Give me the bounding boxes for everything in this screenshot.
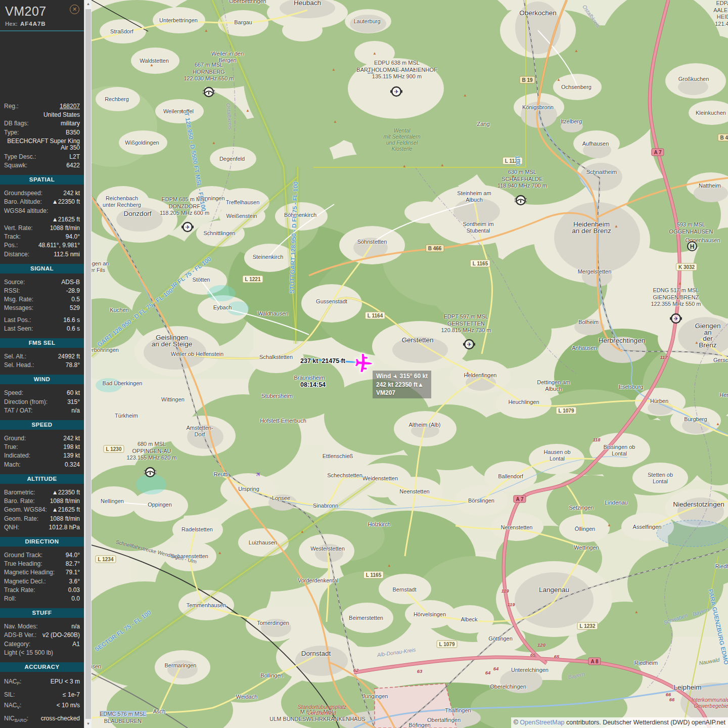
row-label: Source: (4, 278, 25, 287)
row-value: 48.611°, 9.981° (21, 241, 80, 250)
row-value: 1088 ft/min (36, 224, 80, 233)
row-label: Nav. Modes: (4, 622, 37, 631)
motorway-exit-number: 62 (353, 667, 359, 673)
row-value: 3.6° (49, 577, 80, 586)
data-row: DB flags:military (0, 119, 84, 128)
row-label: Squawk: (4, 161, 27, 170)
data-row: QNH:1012.8 hPa (0, 523, 84, 532)
road-badge: B 46 (717, 134, 728, 142)
row-value: 0.324 (24, 461, 80, 469)
map-town-label: Leipheim (674, 685, 702, 691)
row-label: Category: (4, 640, 30, 649)
data-row: Msg. Rate:0.5 (0, 295, 84, 304)
motorway-exit-number: 65 (554, 654, 560, 659)
motorway-exit-number: 63 (417, 668, 423, 674)
map-town-label: Oberelchingen (490, 684, 526, 690)
map-town-label: Sontheim im Stubental (463, 221, 493, 234)
osm-link[interactable]: OpenStreetMap (520, 719, 564, 726)
map-town-label: Lonsee (272, 495, 290, 502)
motorway-exit-number: 66 (669, 697, 675, 702)
map-town-label: Unterbettringen (159, 17, 198, 24)
area-label: Wental mit Seitentalern und Feldinsel Kl… (384, 127, 421, 152)
attribution-suffix: contributors. Deutscher Wetterdienst (DW… (565, 719, 725, 726)
map-town-label: Hermaringen (719, 392, 728, 398)
map-town-label: Schalkstetten (259, 354, 293, 360)
sidebar-scrollbar[interactable]: ▲ ▼ (84, 0, 92, 728)
data-row: Groundspeed:242 kt (0, 189, 84, 198)
row-value: 139 kt (33, 451, 80, 460)
data-row: Baro. Altitude:▲22350 ft (0, 198, 84, 206)
map-town-label: Albeck (461, 616, 477, 623)
map-town-label: Giengen an der Brenz (695, 323, 720, 348)
map-town-label: Heuchlingen (508, 399, 539, 405)
svg-text:✈: ✈ (467, 341, 471, 347)
area-label: Alb-Donau-Kreis (377, 647, 416, 658)
row-label: Last Pos.: (4, 316, 31, 325)
scrollbar-thumb[interactable] (85, 9, 91, 719)
scroll-up-icon[interactable]: ▲ (84, 0, 92, 8)
scroll-down-icon[interactable]: ▼ (84, 720, 92, 728)
row-value[interactable]: 168207 (22, 102, 80, 111)
area-label: Interkommunales Gewerbegebiet (692, 697, 728, 709)
map-town-label: Hausen ob Lontal (543, 449, 570, 462)
road-badge: L 1164 (365, 312, 385, 320)
row-label: Baro. Rate: (4, 497, 35, 506)
row-label: Type: (4, 128, 19, 137)
row-label: NACP: (4, 676, 21, 690)
data-row: Squawk:6422 (0, 161, 84, 170)
flight-tracker-app: VM207 ✕ Hex:AF4A7B Reg.:168207United Sta… (0, 0, 728, 728)
data-row: ADS-B Ver.:v2 (DO-260B) (0, 631, 84, 640)
airspace-label: JR FL 75 - FL 100 (169, 255, 213, 291)
row-value: 16.6 s (34, 316, 80, 325)
data-row: Source:ADS-B (0, 278, 84, 287)
map-town-label: Gerschweiler (713, 357, 728, 363)
map-town-label: Holzkirch (368, 521, 390, 528)
row-value: military (32, 119, 80, 128)
map-town-label: Wettingen (574, 544, 599, 551)
row-label: Barometric: (4, 488, 35, 497)
airfield-label: 593 m MSL OGGENHAUSEN (669, 221, 713, 235)
map-town-label: Weidach (236, 694, 258, 700)
map-town-label: Weiler ob Helfenstein (171, 351, 223, 357)
map-town-label: Königsbronn (522, 104, 554, 111)
glider-icon (203, 86, 215, 98)
data-row: WGS84 altitude: (0, 207, 84, 215)
row-value: BEECHCRAFT Super King Air 350 (7, 138, 80, 152)
data-row: RSSI:-28.9 (0, 287, 84, 295)
map-town-label: Bermaringen (165, 662, 197, 669)
row-value: 94.0° (24, 233, 80, 241)
map-town-label: Kleinkuchen (696, 110, 726, 116)
peak-icon: ▲ (333, 119, 337, 124)
map-town-label: Zang (477, 121, 489, 127)
map[interactable]: HeubachOberbettringenBargauUnterbettring… (92, 0, 728, 728)
map-town-label: Schechstetten (327, 472, 362, 479)
map-town-label: Riedhausen (715, 563, 728, 570)
data-row: Ground:242 kt (0, 434, 84, 443)
data-row: NICBARO:cross-checked (0, 713, 84, 726)
peak-icon: ▲ (218, 551, 222, 555)
data-row: NACP:EPU < 3 m (0, 676, 84, 690)
map-town-label: Stubersheim (261, 393, 293, 399)
map-town-label: Stetten ob Lontal (648, 472, 673, 484)
map-town-label: Altheim (Alb) (409, 422, 441, 428)
section-header: STUFF (0, 608, 84, 618)
row-value: ▲21625 ft (50, 506, 80, 514)
area-label: Bayern (567, 671, 585, 680)
peak-icon: ▲ (716, 422, 720, 426)
close-icon[interactable]: ✕ (70, 5, 79, 14)
airspace-label: STUTTGART 128.950 - D FL 75 - FL 100 (288, 181, 299, 294)
data-row: ▲21625 ft (0, 215, 84, 224)
row-label: True: (4, 443, 18, 451)
peak-icon: ▲ (678, 281, 682, 286)
data-row: True Heading:82.7° (0, 560, 84, 568)
motorway-exit-number: 120 (537, 642, 545, 648)
road-badge: B 19 (519, 76, 535, 84)
motorway-exit-number: 117 (660, 354, 667, 360)
data-row: Track:94.0° (0, 233, 84, 241)
row-label: Magnetic Decl.: (4, 577, 46, 586)
row-value: 0.0 (19, 595, 80, 603)
map-town-label: Langenau (539, 587, 569, 594)
section-header: SIGNAL (0, 264, 84, 274)
map-town-label: Bollingen (260, 672, 283, 679)
area-label: Ostalbkreis (225, 103, 234, 129)
